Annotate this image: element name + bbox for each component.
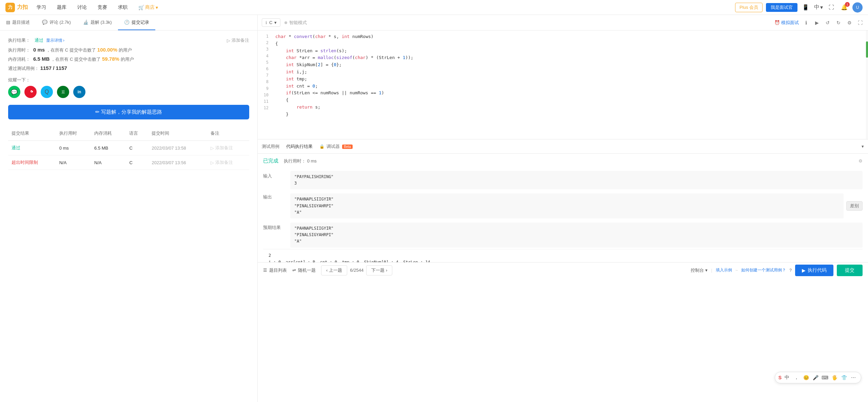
- next-btn[interactable]: 下一题 ›: [366, 265, 392, 275]
- lang-chevron-icon: ▾: [274, 20, 277, 25]
- tshirt-icon[interactable]: 👕: [840, 374, 848, 382]
- tab-comments[interactable]: 💬 评论 (2.7k): [36, 15, 77, 30]
- expand-bottom-icon[interactable]: ▾: [862, 144, 864, 149]
- code-lines: 1 2 3 4 5 6 7 8 9 10 11 12 char * conver…: [258, 31, 868, 139]
- show-detail-btn[interactable]: 显示详情 ›: [46, 38, 64, 43]
- undo-btn[interactable]: ↺: [824, 19, 831, 26]
- result-section: 执行结果： 通过 显示详情 › ▷ 添加备注 执行用时： 0 ms ，在所有 C…: [8, 37, 249, 72]
- scroll-indicator: [866, 41, 868, 58]
- status-tle[interactable]: 超出时间限制: [12, 160, 38, 165]
- comment-icon: 💬: [42, 20, 47, 25]
- more-icon[interactable]: ⋯: [849, 374, 857, 382]
- info-icon: ℹ: [265, 20, 267, 25]
- redo-btn[interactable]: ↻: [835, 19, 842, 26]
- play-btn[interactable]: ▶: [813, 19, 821, 26]
- editor-actions: ⏰ 模拟面试 ℹ ▶ ↺ ↻ ⚙ ⛶: [774, 19, 864, 26]
- how-to-create-link[interactable]: 如何创建一个测试用例？: [741, 267, 786, 273]
- add-note-btn[interactable]: ▷ 添加备注: [227, 37, 249, 43]
- linkedin-icon[interactable]: in: [73, 86, 85, 98]
- fill-example-btn[interactable]: 填入示例: [716, 267, 732, 273]
- skin-icon[interactable]: 🖐: [830, 374, 839, 382]
- input-label: 输入: [263, 170, 290, 191]
- mem-percent: 59.78%: [102, 56, 119, 62]
- bottom-tab-testcase[interactable]: 测试用例: [262, 142, 279, 151]
- bottom-toolbar: ☰ 题目列表 ⇌ 随机一题 ‹ 上一题 6/2544 下一题 ›: [258, 262, 868, 278]
- device-icon[interactable]: 📱: [801, 3, 810, 12]
- nav-problems[interactable]: 题库: [55, 3, 68, 12]
- douban-icon[interactable]: 豆: [57, 86, 69, 98]
- problem-list-btn[interactable]: ☰ 题目列表: [263, 267, 287, 273]
- clock-icon: 🕐: [124, 20, 130, 25]
- share-section: 炫耀一下： 💬 Q 豆 in: [8, 77, 249, 98]
- info-btn[interactable]: ℹ: [802, 19, 810, 26]
- random-btn[interactable]: ⇌ 随机一题: [292, 267, 316, 273]
- add-note-row1[interactable]: ▷ 添加备注: [211, 145, 246, 151]
- punctuation-icon[interactable]: ，: [792, 374, 801, 382]
- write-solution-btn[interactable]: ✏ 写题解，分享我的解题思路: [8, 105, 249, 119]
- shuffle-icon: ⇌: [292, 268, 296, 273]
- sep2: ~: [735, 268, 738, 273]
- submit-btn[interactable]: 提交: [837, 265, 863, 276]
- bottom-tab-debugger[interactable]: 🔒 调试器 Beta: [319, 142, 353, 151]
- flag-icon: ▷: [227, 38, 230, 43]
- description-icon: ▤: [6, 20, 10, 25]
- user-avatar[interactable]: U: [852, 2, 863, 13]
- code-line-7: int tmp;: [275, 76, 862, 83]
- wechat-icon[interactable]: 💬: [8, 86, 20, 98]
- bottom-tab-result[interactable]: 代码执行结果: [286, 142, 313, 151]
- code-line-4: char *arr = malloc(sizeof(char) * (StrLe…: [275, 54, 862, 61]
- settings-btn[interactable]: ⚙: [846, 19, 853, 26]
- qq-icon[interactable]: Q: [41, 86, 53, 98]
- plus-button[interactable]: Plus 会员: [735, 3, 763, 12]
- prev-btn[interactable]: ‹ 上一题: [321, 265, 347, 275]
- smart-mode-indicator: 智能模式: [284, 20, 307, 26]
- col-status: 提交结果: [8, 126, 56, 141]
- col-submit-time: 提交时间: [148, 126, 207, 141]
- notification-icon[interactable]: 🔔 1: [840, 3, 849, 12]
- share-label: 炫耀一下：: [8, 77, 30, 82]
- result-settings-icon[interactable]: ⚙: [859, 158, 863, 164]
- row-time-2: N/A: [56, 155, 91, 170]
- editor-header: ℹ C ▾ 智能模式 ⏰ 模拟面试 ℹ ▶ ↺ ↻ ⚙ ⛶: [258, 15, 868, 31]
- tab-solutions[interactable]: 🔬 题解 (3.3k): [77, 15, 118, 30]
- expected-line-1: "PAHNAPLSIIGYIR": [294, 225, 859, 232]
- add-note-row2[interactable]: ▷ 添加备注: [211, 159, 246, 166]
- weibo-icon[interactable]: [24, 86, 37, 98]
- nav-learn[interactable]: 学习: [35, 3, 48, 12]
- fullscreen-icon[interactable]: ⛶: [827, 3, 836, 12]
- simulate-btn[interactable]: ⏰ 模拟面试: [774, 20, 799, 26]
- console-btn[interactable]: 控制台 ▾: [691, 267, 708, 273]
- diff-btn[interactable]: 差别: [846, 201, 863, 211]
- lang-select-dropdown[interactable]: ℹ C ▾: [262, 18, 280, 27]
- code-line-11: return s;: [275, 104, 862, 111]
- mem-suffix: ，在所有 C 提交中击败了: [51, 56, 101, 62]
- nav-jobs[interactable]: 求职: [116, 3, 130, 12]
- output-diff-section: "PAHNAPLSIIGYIR" "PINALSIGYAHRPI" "A" 差别: [290, 192, 863, 220]
- store-dropdown-icon: ▾: [156, 5, 158, 10]
- status-pass[interactable]: 通过: [12, 145, 20, 150]
- nav-discuss[interactable]: 讨论: [75, 3, 89, 12]
- run-code-btn[interactable]: ▶ 执行代码: [795, 265, 833, 276]
- nav-store[interactable]: 🛒 商店 ▾: [136, 3, 160, 12]
- beta-badge: Beta: [342, 145, 353, 149]
- interview-button[interactable]: 我是面试官: [766, 3, 797, 12]
- logo[interactable]: 力 力扣: [5, 3, 28, 12]
- table-row: 超出时间限制 N/A N/A C 2022/03/07 13:56 ▷ 添加备注: [8, 155, 249, 170]
- keyboard-icon[interactable]: ⌨: [821, 374, 829, 382]
- lock-icon: 🔒: [319, 144, 324, 149]
- page-info: 6/2544: [350, 268, 363, 273]
- row-datetime-2: 2022/03/07 13:56: [148, 155, 207, 170]
- code-content[interactable]: char * convert(char * s, int numRows) { …: [271, 31, 866, 139]
- toolbar-left: ☰ 题目列表 ⇌ 随机一题 ‹ 上一题 6/2544 下一题 ›: [263, 265, 392, 275]
- nav-contest[interactable]: 竞赛: [96, 3, 109, 12]
- chinese-input-icon[interactable]: 中: [783, 374, 791, 382]
- tab-submissions[interactable]: 🕐 提交记录: [118, 15, 155, 30]
- fullscreen-editor-btn[interactable]: ⛶: [856, 19, 864, 26]
- mic-icon[interactable]: 🎤: [811, 374, 820, 382]
- debug-line-2: i : 0, arr[cnt] : P, cnt : 0, tmp : 0, S…: [269, 259, 857, 262]
- emoji-icon[interactable]: 😊: [802, 374, 810, 382]
- toolbar-sep: |: [711, 268, 712, 273]
- tab-description[interactable]: ▤ 题目描述: [0, 15, 36, 30]
- lang-select[interactable]: 中▾: [814, 3, 823, 12]
- code-editor[interactable]: 1 2 3 4 5 6 7 8 9 10 11 12 char * conver…: [258, 31, 868, 139]
